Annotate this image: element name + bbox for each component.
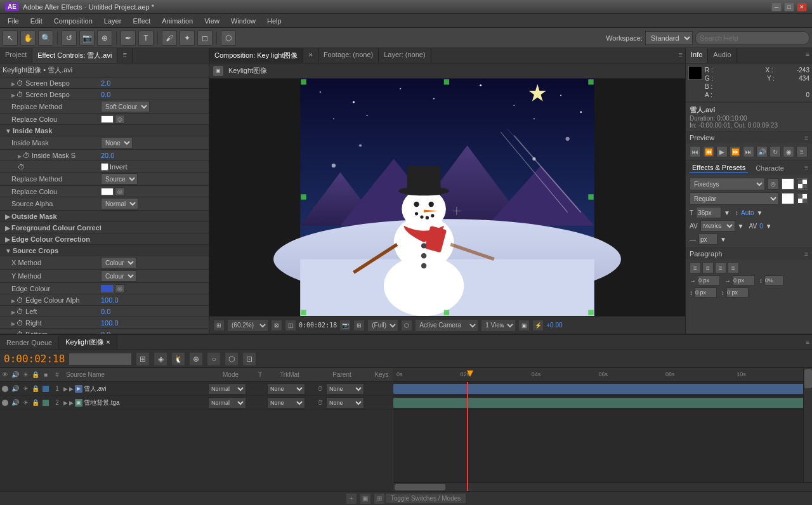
close-button[interactable]: ✕ — [797, 3, 807, 11]
layer-1-lock-btn[interactable]: 🔒 — [30, 382, 41, 396]
selection-tool[interactable]: ↖ — [3, 30, 18, 46]
tab-close[interactable]: ≡ — [117, 48, 132, 63]
kerning-select[interactable]: Metrics — [700, 220, 735, 232]
zoom-tool[interactable]: 🔍 — [38, 30, 53, 46]
layer-2-parent-select[interactable]: None — [326, 397, 364, 409]
indent-input-left[interactable] — [698, 275, 720, 285]
layer-ctrl-btn-1[interactable]: + — [346, 493, 357, 504]
tl-btn-2[interactable]: ◈ — [154, 352, 167, 366]
font-color-box[interactable] — [782, 178, 794, 190]
layer-2-trkmat-select[interactable]: None — [267, 397, 305, 409]
indent-input-3[interactable] — [764, 275, 783, 285]
footer-grid-btn[interactable]: ⊞ — [353, 320, 365, 331]
comp-panel-menu[interactable]: ≡ — [676, 48, 685, 63]
font-size-arrow[interactable]: ▼ — [724, 209, 730, 216]
tab-effects-presets[interactable]: Effects & Presets — [690, 162, 748, 173]
track-row-1[interactable] — [393, 382, 812, 396]
timeline-menu[interactable]: ≡ — [803, 336, 812, 348]
tab-footage[interactable]: Footage: (none) — [318, 48, 379, 63]
expand-arrow[interactable]: ▶ — [11, 81, 15, 87]
footer-3d-btn[interactable]: ⬡ — [401, 320, 412, 331]
layer-1-parent-icon[interactable]: ⏱ — [315, 385, 326, 392]
tab-render-queue[interactable]: Render Queue — [0, 336, 59, 349]
footer-fast-btn[interactable]: ⚡ — [532, 320, 544, 331]
pan-tool[interactable]: ⊕ — [97, 30, 112, 46]
tl-btn-1[interactable]: ⊞ — [136, 352, 150, 366]
preview-first-frame[interactable]: ⏮ — [690, 146, 701, 157]
expand-arrow-2[interactable]: ▶ — [11, 93, 15, 98]
edge-colour-toggle[interactable]: ▶ — [5, 236, 10, 243]
tl-btn-6[interactable]: ⬡ — [225, 352, 239, 366]
tab-comp-close[interactable]: × — [303, 48, 318, 63]
minimize-button[interactable]: ─ — [771, 3, 782, 11]
preview-menu[interactable]: ≡ — [804, 134, 808, 141]
layer-2-expand2[interactable]: ▶ — [69, 400, 74, 406]
expand-arrow-ims[interactable]: ▶ — [18, 154, 22, 159]
layer-2-expand[interactable]: ▶ — [63, 400, 68, 406]
hand-tool[interactable]: ✋ — [20, 30, 36, 46]
tl-btn-5[interactable]: ○ — [207, 352, 221, 366]
font-eyedropper[interactable]: ◎ — [768, 178, 779, 190]
layer-1-parent-select[interactable]: None — [326, 383, 364, 395]
font-style-select[interactable]: Regular — [690, 192, 779, 205]
source-alpha-select[interactable]: Normal — [101, 198, 138, 209]
layer-1-expand[interactable]: ▶ — [63, 386, 68, 392]
space-before-input[interactable] — [695, 287, 717, 298]
tab-composition[interactable]: Composition: Key light图像 — [209, 48, 303, 63]
preview-prev-frame[interactable]: ⏪ — [703, 146, 714, 157]
layer-ctrl-btn-3[interactable]: ⊞ — [374, 493, 385, 504]
fg-colour-toggle[interactable]: ▶ — [5, 225, 10, 232]
menu-file[interactable]: File — [3, 16, 24, 26]
footer-camera-icon[interactable]: 📷 — [339, 320, 351, 331]
layer-2-lock-btn[interactable]: 🔒 — [30, 396, 41, 410]
layer-1-audio-btn[interactable]: 🔊 — [10, 382, 20, 396]
font-swap-btn[interactable] — [797, 193, 808, 204]
edge-colour-eyedropper[interactable]: ◎ — [115, 284, 125, 293]
track-row-2[interactable] — [393, 396, 812, 410]
font-size-input[interactable] — [696, 207, 721, 218]
align-center-btn[interactable]: ≡ — [702, 262, 714, 273]
timeline-hscroll[interactable] — [393, 482, 812, 491]
tl-btn-7[interactable]: ⊡ — [242, 352, 256, 366]
preview-last-frame[interactable]: ⏭ — [743, 146, 754, 157]
replace-method-2-select[interactable]: Source — [101, 173, 138, 185]
timeline-vscroll-thumb[interactable] — [804, 369, 812, 388]
tab-character[interactable]: Characte — [753, 163, 787, 173]
type-tool[interactable]: T — [138, 30, 154, 46]
rotate-tool[interactable]: ↺ — [62, 30, 77, 46]
inside-mask-select[interactable]: None — [101, 137, 133, 148]
timeline-search[interactable] — [69, 353, 132, 365]
tl-btn-4[interactable]: ⊕ — [189, 352, 203, 366]
layer-2-parent-icon[interactable]: ⏱ — [315, 399, 326, 406]
x-method-select[interactable]: Colour — [101, 257, 136, 268]
tab-keylight[interactable]: Keylight图像 × — [59, 335, 117, 350]
expand-eca[interactable]: ▶ — [11, 298, 15, 304]
layer-ctrl-btn-2[interactable]: ▣ — [360, 493, 371, 504]
preview-settings[interactable]: ≡ — [796, 146, 808, 157]
font-name-select[interactable]: Fixedsys — [690, 178, 765, 190]
toggle-modes-label[interactable]: Toggle Switches / Modes — [385, 493, 467, 504]
layer-1-solo-btn[interactable]: ☀ — [20, 382, 30, 396]
view-select[interactable]: 1 View — [481, 319, 516, 332]
replace-method-select[interactable]: Soft Colour — [101, 101, 150, 112]
expand-right[interactable]: ▶ — [11, 321, 15, 327]
kerning-arrow[interactable]: ▼ — [738, 223, 744, 230]
playhead-marker[interactable] — [467, 371, 473, 377]
outside-mask-toggle[interactable]: ▶ — [5, 213, 10, 220]
menu-edit[interactable]: Edit — [25, 16, 48, 26]
roto-tool[interactable]: ⬡ — [221, 30, 236, 46]
layer-2-mode-select[interactable]: Normal — [208, 397, 246, 409]
pen-tool[interactable]: ✒ — [121, 30, 136, 46]
menu-window[interactable]: Window — [226, 16, 261, 26]
replace-colour-eyedropper[interactable]: ◎ — [115, 115, 125, 124]
preview-loop[interactable]: ↻ — [769, 146, 781, 157]
tab-project[interactable]: Project — [0, 48, 32, 63]
footer-btn-2[interactable]: ◫ — [285, 320, 296, 331]
replace-colour-swatch[interactable] — [101, 115, 114, 123]
menu-view[interactable]: View — [199, 16, 225, 26]
layer-2-solo-btn[interactable]: ☀ — [20, 396, 30, 410]
layer-1-mode-select[interactable]: Normal — [208, 383, 246, 395]
layer-1-trkmat-select[interactable]: None — [267, 383, 305, 395]
leading-arrow[interactable]: ▼ — [757, 209, 763, 216]
camera-select[interactable]: Active Camera — [415, 319, 478, 332]
